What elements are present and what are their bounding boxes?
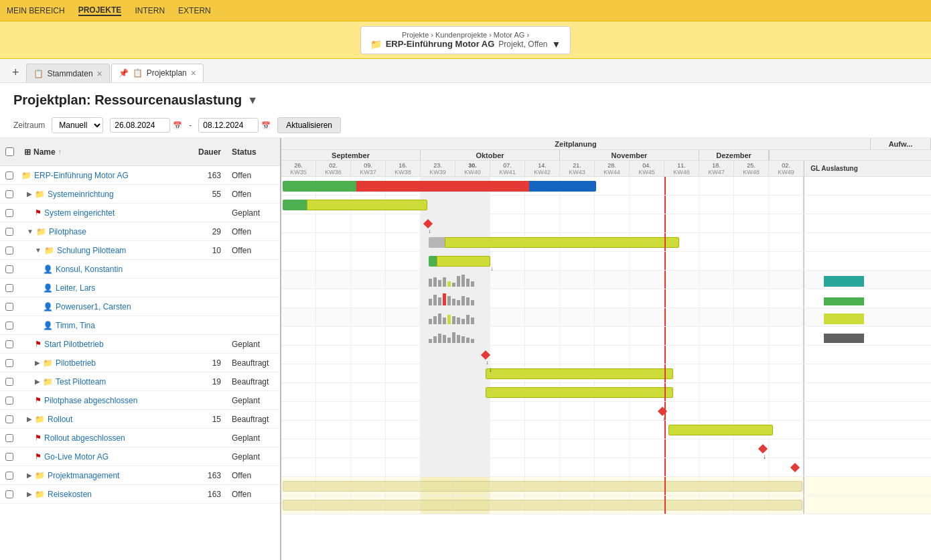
row-dauer: 19 (193, 377, 226, 387)
nav-item-intern[interactable]: INTERN (135, 6, 165, 15)
row-name-text[interactable]: Timm, Tina (56, 321, 95, 330)
row-name-text[interactable]: Reisekosten (48, 490, 92, 499)
row-name[interactable]: 👤 Timm, Tina (19, 321, 193, 330)
add-tab-button[interactable]: + (7, 63, 25, 82)
row-checkbox[interactable] (5, 284, 13, 292)
tab-stammdaten-icon: 📋 (33, 69, 44, 78)
row-name[interactable]: ⚑ Start Pilotbetrieb (19, 340, 193, 349)
row-checkbox[interactable] (5, 434, 13, 442)
expand-icon[interactable]: ▼ (27, 228, 33, 235)
row-name-text[interactable]: Pilotphase (49, 227, 86, 236)
row-name-text[interactable]: Test Pilotteam (56, 377, 106, 387)
row-name[interactable]: ⚑ Go-Live Motor AG (19, 452, 193, 462)
tab-projektplan[interactable]: 📌 📋 Projektplan × (111, 64, 204, 82)
row-checkbox[interactable] (5, 247, 13, 255)
row-name-text[interactable]: Poweruser1, Carsten (56, 302, 131, 311)
breadcrumb-dropdown-icon[interactable]: ▼ (552, 39, 561, 50)
row-name[interactable]: ▶ 📁 Pilotbetrieb (19, 358, 193, 368)
row-name-text[interactable]: Go-Live Motor AG (44, 452, 109, 462)
row-name[interactable]: ▶ 📁 Projektmanagement (19, 471, 193, 480)
gl-cell-4 (804, 252, 864, 270)
date-from-container: 📅 (110, 118, 182, 133)
expand-icon[interactable]: ▶ (27, 490, 32, 498)
folder-icon: 📁 (43, 358, 53, 368)
row-checkbox[interactable] (5, 209, 13, 217)
expand-icon[interactable]: ▶ (27, 472, 32, 479)
row-name-text[interactable]: Schulung Pilotteam (57, 246, 126, 255)
zeitraum-select[interactable]: Manuell (52, 117, 103, 133)
week-kw35: 26.KW35 (281, 161, 316, 176)
row-checkbox[interactable] (5, 415, 13, 423)
tab-stammdaten-close[interactable]: × (97, 68, 102, 79)
resource-bars-6 (429, 292, 474, 305)
row-name[interactable]: ▼ 📁 Pilotphase (19, 227, 193, 236)
row-checkbox[interactable] (5, 228, 13, 236)
row-name[interactable]: ▼ 📁 Schulung Pilotteam (19, 246, 193, 255)
row-name[interactable]: ⚑ Pilotphase abgeschlossen (19, 396, 193, 405)
row-checkbox[interactable] (5, 265, 13, 273)
calendar-from-icon[interactable]: 📅 (173, 121, 182, 130)
row-name-text[interactable]: System eingerichtet (44, 208, 115, 218)
row-name[interactable]: ▶ 📁 Test Pilotteam (19, 377, 193, 387)
tab-stammdaten[interactable]: 📋 Stammdaten × (26, 64, 110, 82)
row-checkbox[interactable] (5, 171, 13, 180)
row-name-text[interactable]: ERP-Einführung Motor AG (34, 171, 129, 180)
calendar-to-icon[interactable]: 📅 (261, 121, 271, 130)
expand-icon[interactable]: ▶ (27, 190, 32, 198)
week-kw36: 02.KW36 (316, 161, 351, 176)
row-name[interactable]: ▶ 📁 Reisekosten (19, 490, 193, 499)
row-status: Beauftragt (226, 377, 280, 387)
row-name-text[interactable]: Systemeinrichtung (48, 190, 114, 199)
select-all-checkbox[interactable] (5, 147, 14, 156)
resource-bars-right-5 (824, 273, 864, 287)
nav-item-mein-bereich[interactable]: MEIN BEREICH (7, 6, 65, 15)
row-name-text[interactable]: Konsul, Konstantin (56, 265, 123, 274)
row-name-text[interactable]: Projektmanagement (48, 471, 119, 480)
expand-icon[interactable]: ▶ (35, 359, 40, 366)
week-kw42: 14.KW42 (525, 161, 560, 176)
row-checkbox[interactable] (5, 340, 13, 348)
row-name[interactable]: 👤 Leiter, Lars (19, 283, 193, 293)
row-name-text[interactable]: Start Pilotbetrieb (44, 340, 104, 349)
row-checkbox[interactable] (5, 359, 13, 367)
page-title-dropdown[interactable]: ▼ (247, 94, 258, 107)
tab-projektplan-close[interactable]: × (191, 68, 196, 78)
update-button[interactable]: Aktualisieren (277, 117, 341, 133)
row-name[interactable]: ⚑ Rollout abgeschlossen (19, 433, 193, 443)
row-name[interactable]: 👤 Poweruser1, Carsten (19, 302, 193, 311)
row-checkbox[interactable] (5, 190, 13, 198)
table-row: 👤 Konsul, Konstantin (0, 260, 280, 279)
date-to-input[interactable] (198, 118, 259, 133)
row-name-text[interactable]: Pilotphase abgeschlossen (44, 396, 137, 405)
row-checkbox[interactable] (5, 303, 13, 311)
row-name[interactable]: 📁 ERP-Einführung Motor AG (19, 171, 193, 180)
project-name[interactable]: ERP-Einführung Motor AG (386, 39, 495, 49)
row-checkbox[interactable] (5, 378, 13, 386)
expand-icon[interactable]: ▶ (27, 415, 32, 423)
table-row: ▶ 📁 Pilotbetrieb 19 Beauftragt (0, 354, 280, 372)
date-from-input[interactable] (110, 118, 170, 133)
row-checkbox[interactable] (5, 490, 13, 498)
row-name[interactable]: ⚑ System eingerichtet (19, 208, 193, 218)
row-name-text[interactable]: Pilotbetrieb (56, 358, 96, 368)
row-checkbox[interactable] (5, 322, 13, 330)
expand-icon[interactable]: ▼ (35, 247, 42, 254)
row-name[interactable]: ▶ 📁 Systemeinrichtung (19, 190, 193, 199)
sort-icon[interactable]: ↑ (58, 148, 62, 155)
expand-icon[interactable]: ▶ (35, 378, 40, 385)
row-name-text[interactable]: Rollout (48, 415, 72, 424)
nav-item-extern[interactable]: EXTERN (178, 6, 211, 15)
week-kw47: 18.KW47 (699, 161, 734, 176)
folder-icon: 📁 (35, 415, 45, 424)
row-checkbox[interactable] (5, 397, 13, 405)
row-name-text[interactable]: Leiter, Lars (56, 283, 95, 293)
row-name-text[interactable]: Rollout abgeschlossen (44, 433, 125, 443)
date-separator: - (189, 121, 192, 130)
row-checkbox[interactable] (5, 453, 13, 461)
row-status: Beauftragt (226, 415, 280, 424)
row-name[interactable]: 👤 Konsul, Konstantin (19, 265, 193, 274)
row-checkbox[interactable] (5, 472, 13, 480)
nav-item-projekte[interactable]: PROJEKTE (78, 5, 122, 16)
name-col-label[interactable]: Name (33, 147, 56, 157)
row-name[interactable]: ▶ 📁 Rollout (19, 415, 193, 424)
